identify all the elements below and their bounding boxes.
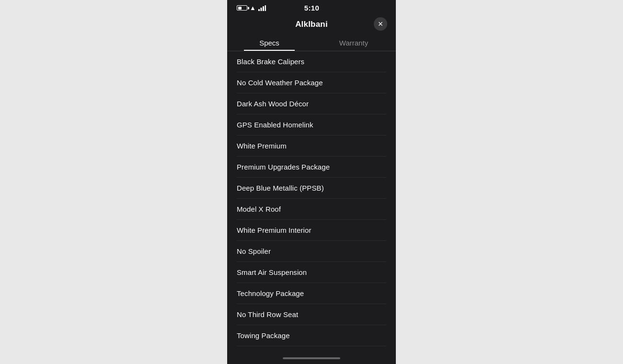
tab-specs[interactable]: Specs — [227, 34, 312, 51]
svg-rect-1 — [260, 8, 262, 11]
list-item: Black Brake Calipers — [237, 51, 386, 72]
list-item: No Cold Weather Package — [237, 72, 386, 93]
list-item: White Premium — [237, 136, 386, 157]
status-time: 5:10 — [304, 4, 319, 12]
modal-title: AlkIbani — [295, 20, 328, 29]
specs-list[interactable]: Black Brake CalipersNo Cold Weather Pack… — [227, 51, 396, 354]
list-item: Dark Ash Wood Décor — [237, 93, 386, 114]
tab-warranty[interactable]: Warranty — [312, 34, 396, 51]
home-indicator — [227, 354, 396, 364]
svg-rect-2 — [263, 6, 264, 11]
status-bar: ▲︎ 5:10 — [227, 0, 396, 14]
list-item: Smart Air Suspension — [237, 262, 386, 283]
svg-rect-3 — [265, 5, 266, 11]
list-item: White Premium Interior — [237, 220, 386, 241]
modal-header: AlkIbani × — [227, 14, 396, 34]
list-item: Technology Package — [237, 283, 386, 304]
status-left-icons: ▲︎ — [237, 4, 266, 11]
list-item: No Spoiler — [237, 241, 386, 262]
wifi-icon: ▲︎ — [250, 4, 256, 11]
list-item: Deep Blue Metallic (PPSB) — [237, 178, 386, 199]
list-item: Towing Package — [237, 325, 386, 346]
home-bar — [283, 357, 340, 359]
list-item: 100D Long Range — [237, 346, 386, 354]
close-button[interactable]: × — [374, 17, 387, 31]
signal-icon — [258, 5, 266, 11]
list-item: Premium Upgrades Package — [237, 157, 386, 178]
list-item: GPS Enabled Homelink — [237, 114, 386, 136]
list-item: Model X Roof — [237, 199, 386, 220]
svg-rect-0 — [258, 9, 260, 11]
battery-icon — [237, 5, 247, 11]
phone-container: ▲︎ 5:10 AlkIbani × Specs Warranty Black … — [227, 0, 396, 364]
list-item: No Third Row Seat — [237, 304, 386, 325]
tabs-container: Specs Warranty — [227, 34, 396, 51]
